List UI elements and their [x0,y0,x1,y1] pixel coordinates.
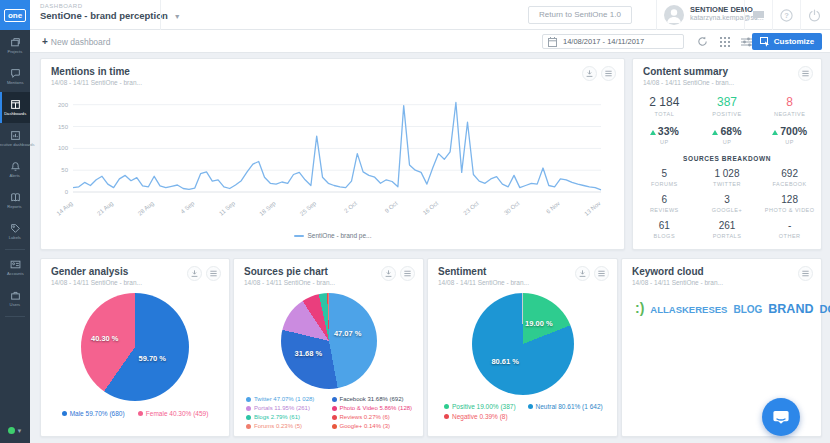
download-button[interactable] [575,266,590,281]
sidebar-item-users[interactable]: Users [0,283,30,314]
breakdown-other: -OTHER [758,220,821,239]
legend-item-photo-video[interactable]: Photo & Video 5.86% (128) [332,405,418,411]
calendar-icon [548,37,557,47]
pie-slice-label: 19.00 % [525,318,553,327]
download-button[interactable] [381,266,396,281]
legend-item-female[interactable]: Female 40.30% (459) [138,410,209,417]
sidebar-item-alerts[interactable]: Alerts [0,154,30,185]
legend-item-blogs[interactable]: Blogs 2.79% (61) [246,414,332,420]
chart-menu-button[interactable] [206,266,221,281]
chart-menu-button[interactable] [798,266,813,281]
chart-menu-button[interactable] [798,66,813,81]
user-avatar[interactable] [664,5,684,25]
pie-slice-label: 59.70 % [139,353,167,362]
sidebar-item-projects[interactable]: Projects [0,30,30,61]
legend-item-googleplus[interactable]: Google+ 0.14% (3) [332,423,418,429]
download-button[interactable] [187,266,202,281]
header-divider [160,0,161,30]
svg-text:0: 0 [65,189,69,195]
keyword[interactable]: BLOG [733,304,762,315]
stat-negative: 8NEGATIVE [758,95,821,117]
legend-item-neutral[interactable]: Neutral 80.61% (1 642) [528,403,612,410]
sidebar-item-executive-dashboards[interactable]: Executive dashboards [0,123,30,154]
chevron-down-icon: ▼ [17,428,23,434]
sentione-logo[interactable]: one [0,0,30,30]
sidebar-item-mentions[interactable]: Mentions [0,61,30,92]
sentiment-card: Sentiment 14/08 - 14/11 SentiOne - bran.… [427,258,618,437]
sidebar-divider [5,249,25,250]
mentions-icon [10,68,21,79]
legend-item-positive[interactable]: Positive 19.00% (387) [444,403,528,410]
chart-menu-button[interactable] [400,266,415,281]
new-dashboard-button[interactable]: +New dashboard [42,36,110,47]
svg-text:200: 200 [58,102,69,108]
keyword[interactable]: ALLASKERESES [650,304,727,315]
breakdown-forums: 5FORUMS [633,168,696,187]
download-button[interactable] [582,66,597,81]
legend-item-portals[interactable]: Portals 11.95% (261) [246,405,332,411]
legend-item-reviews[interactable]: Reviews 0.27% (6) [332,414,418,420]
status-selector[interactable]: ▼ [0,427,30,434]
menu-icon [597,269,606,278]
card-subtitle: 14/08 - 14/11 SentiOne - bran... [643,79,811,86]
download-icon [384,269,393,278]
sidebar-item-accounts[interactable]: Accounts [0,252,30,283]
gender-pie-chart[interactable]: 59.70 % 40.30 % [81,293,189,401]
messages-button[interactable] [744,0,772,30]
sentiment-pie-chart[interactable]: 19.00 % 80.61 % [472,293,574,395]
date-range-picker[interactable]: 14/08/2017 - 14/11/2017 [542,34,684,49]
app-header: one Dashboard SentiOne - brand perceptio… [0,0,830,30]
card-title: Mentions in time [51,66,614,77]
change-positive: 68%UP [696,125,759,145]
date-range-value: 14/08/2017 - 14/11/2017 [563,37,644,46]
sidebar-item-dashboards[interactable]: Dashboards [0,92,30,123]
logo-text: one [4,9,26,22]
bell-icon [10,161,21,172]
gender-analysis-card: Gender analysis 14/08 - 14/11 SentiOne -… [40,258,230,437]
svg-text:23 Oct: 23 Oct [462,200,480,216]
person-icon [664,5,684,25]
question-mark-icon: ? [780,9,793,22]
breakdown-facebook: 692FACEBOOK [758,168,821,187]
logout-button[interactable] [800,0,828,30]
sidebar-divider [5,316,25,317]
customize-icon [760,37,770,47]
chart-menu-button[interactable] [594,266,609,281]
sources-pie-chart[interactable]: 47.07 % 31.68 % [281,293,377,389]
mentions-in-time-card: Mentions in time 14/08 - 14/11 SentiOne … [40,58,625,250]
chart-menu-button[interactable] [601,66,616,81]
legend-label: SentiOne - brand pe... [308,232,372,239]
breakdown-portals: 261PORTALS [696,220,759,239]
refresh-button[interactable] [694,34,710,49]
sidebar-item-reports[interactable]: Reports [0,185,30,216]
mentions-legend[interactable]: SentiOne - brand pe... [41,232,624,239]
legend-item-facebook[interactable]: Facebook 31.68% (692) [332,396,418,402]
refresh-icon [697,36,708,47]
legend-item-male[interactable]: Male 59.70% (680) [62,410,125,417]
svg-text:18 Sep: 18 Sep [258,200,277,217]
card-subtitle: 14/08 - 14/11 SentiOne - bran... [51,79,614,86]
breakdown-blogs: 61BLOGS [633,220,696,239]
help-button[interactable]: ? [772,0,800,30]
keyword[interactable]: DOMIN [819,303,830,315]
legend-item-negative[interactable]: Negative 0.39% (8) [444,413,528,420]
keyword-cloud: :)ALLASKERESESBLOGBRANDDOMINDUŻYDZIAŁANI… [622,288,821,320]
executive-dashboards-icon [10,130,21,141]
sliders-icon [741,37,752,47]
mentions-line-chart[interactable]: 05010015020014 Aug21 Aug28 Aug4 Sep11 Se… [45,88,620,234]
chat-widget-button[interactable] [762,398,800,436]
legend-item-forums[interactable]: Forums 0.23% (5) [246,423,332,429]
pie-slice-label: 47.07 % [334,329,362,338]
sidebar-item-labels[interactable]: Labels [0,216,30,247]
download-icon [585,69,594,78]
card-title: Keyword cloud [632,266,811,277]
menu-icon [801,69,810,78]
keyword[interactable]: :) [635,300,644,316]
menu-icon [209,269,218,278]
grid-icon [720,37,730,47]
return-to-sentione-button[interactable]: Return to SentiOne 1.0 [528,6,632,24]
widgets-grid-button[interactable] [717,34,733,49]
legend-item-twitter[interactable]: Twitter 47.07% (1 028) [246,396,332,402]
keyword[interactable]: BRAND [768,302,813,316]
customize-button[interactable]: Customize [752,33,822,50]
